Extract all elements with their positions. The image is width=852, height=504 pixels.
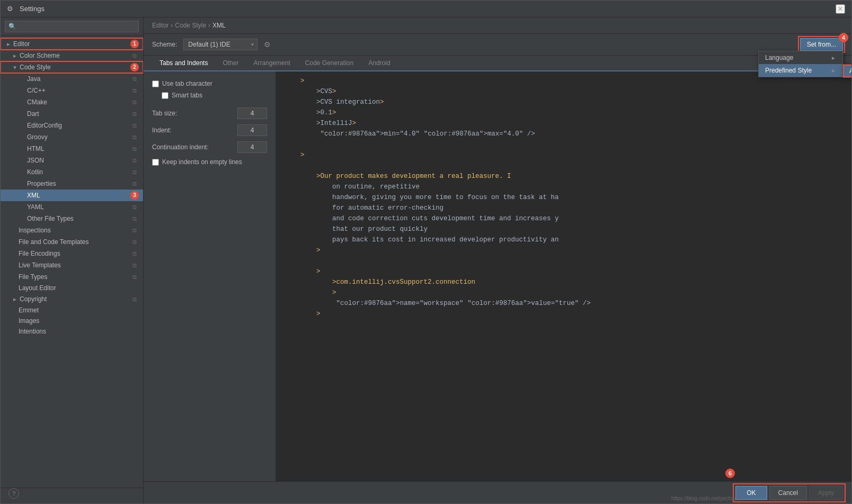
smart-tabs-checkbox[interactable] bbox=[162, 92, 168, 99]
copy-icon-file-and-code-templates[interactable]: ⧉ bbox=[130, 238, 139, 246]
sidebar-item-emmet[interactable]: Emmet bbox=[1, 305, 143, 316]
apply-button[interactable]: Apply bbox=[809, 486, 843, 500]
copy-icon-file-types[interactable]: ⧉ bbox=[130, 273, 139, 281]
copy-icon-html[interactable]: ⧉ bbox=[130, 145, 139, 153]
annotation-6: 6 bbox=[725, 469, 735, 478]
dropdown-item-predefined[interactable]: Predefined Style ► Android bbox=[759, 64, 842, 77]
copy-icon-live-templates[interactable]: ⧉ bbox=[130, 261, 139, 269]
sidebar-item-file-encodings[interactable]: File Encodings⧉ bbox=[1, 248, 143, 259]
breadcrumb-xml: XML bbox=[212, 22, 226, 29]
code-line-18: > bbox=[276, 266, 851, 277]
continuation-indent-input[interactable] bbox=[237, 141, 267, 153]
sidebar-item-xml[interactable]: XML⧉3 bbox=[1, 190, 143, 201]
help-button[interactable]: ? bbox=[8, 488, 19, 499]
sidebar-item-editor[interactable]: ►Editor1 bbox=[1, 38, 143, 50]
sidebar-search-container bbox=[1, 17, 143, 36]
indent-input[interactable] bbox=[237, 124, 267, 136]
scheme-label: Scheme: bbox=[152, 41, 177, 48]
tree-arrow-copyright: ► bbox=[11, 295, 19, 303]
tab-other[interactable]: Other bbox=[215, 56, 246, 71]
code-line-7: > bbox=[276, 150, 851, 160]
right-panel: Editor › Code Style › XML Scheme: Defaul… bbox=[144, 17, 851, 503]
gear-button[interactable]: ⚙ bbox=[262, 39, 273, 50]
tab-settings-group: Use tab character Smart tabs bbox=[152, 80, 267, 99]
cancel-button[interactable]: Cancel bbox=[769, 486, 807, 500]
sidebar-item-file-and-code-templates[interactable]: File and Code Templates⧉ bbox=[1, 236, 143, 248]
ok-button[interactable]: OK bbox=[735, 486, 767, 500]
tab-tabs-and-indents[interactable]: Tabs and Indents bbox=[152, 56, 215, 71]
code-line-15: pays back its cost in increased develope… bbox=[276, 235, 851, 245]
copy-icon-inspections[interactable]: ⧉ bbox=[130, 226, 139, 235]
tab-android[interactable]: Android bbox=[361, 56, 397, 71]
code-line-3: >0.1> bbox=[276, 107, 851, 118]
set-from-button[interactable]: Set from... bbox=[800, 38, 843, 51]
sidebar-label-file-encodings: File Encodings bbox=[19, 250, 130, 257]
sidebar-item-yaml[interactable]: YAML⧉ bbox=[1, 201, 143, 213]
sidebar-item-cmake[interactable]: CMake⧉ bbox=[1, 96, 143, 108]
copy-icon-json[interactable]: ⧉ bbox=[130, 156, 139, 165]
sidebar-item-color-scheme[interactable]: ►Color Scheme⧉ bbox=[1, 50, 143, 61]
copy-icon-file-encodings[interactable]: ⧉ bbox=[130, 249, 139, 258]
copy-icon-xml[interactable]: ⧉ bbox=[120, 191, 128, 200]
sidebar-item-layout-editor[interactable]: Layout Editor bbox=[1, 283, 143, 293]
copy-icon-copyright[interactable]: ⧉ bbox=[130, 295, 139, 303]
sidebar-item-java[interactable]: Java⧉ bbox=[1, 73, 143, 85]
sidebar-item-cpp[interactable]: C/C++⧉ bbox=[1, 85, 143, 96]
copy-icon-color-scheme[interactable]: ⧉ bbox=[130, 51, 139, 60]
keep-indents-checkbox[interactable] bbox=[152, 159, 159, 166]
code-line-5: "color:#9876aa">min="4.0" "color:#9876aa… bbox=[276, 129, 851, 139]
sidebar-item-inspections[interactable]: Inspections⧉ bbox=[1, 224, 143, 236]
sidebar-item-copyright[interactable]: ►Copyright⧉ bbox=[1, 293, 143, 305]
copy-icon-cmake[interactable]: ⧉ bbox=[130, 98, 139, 106]
scheme-bar: Scheme: Default (1) IDE ⚙ 4 Set from... … bbox=[144, 34, 851, 56]
sidebar-label-editor: Editor bbox=[13, 40, 128, 48]
continuation-indent-row: Continuation indent: bbox=[152, 141, 267, 153]
close-button[interactable]: × bbox=[836, 4, 845, 14]
sidebar-item-dart[interactable]: Dart⧉ bbox=[1, 108, 143, 120]
copy-icon-groovy[interactable]: ⧉ bbox=[130, 133, 139, 141]
sidebar-item-html[interactable]: HTML⧉ bbox=[1, 143, 143, 155]
copy-icon-other-file-types[interactable]: ⧉ bbox=[130, 214, 139, 223]
copy-icon-java[interactable]: ⧉ bbox=[130, 75, 139, 83]
scheme-select[interactable]: Default (1) IDE bbox=[183, 39, 258, 50]
annotation-2: 2 bbox=[130, 63, 139, 71]
language-arrow: ► bbox=[831, 55, 836, 61]
sidebar-item-kotlin[interactable]: Kotlin⧉ bbox=[1, 166, 143, 178]
sidebar-item-editorconfig[interactable]: EditorConfig⧉ bbox=[1, 120, 143, 131]
sidebar-label-yaml: YAML bbox=[27, 203, 130, 211]
dropdown-item-language[interactable]: Language ► bbox=[759, 51, 842, 64]
sidebar-label-intentions: Intentions bbox=[19, 328, 139, 335]
code-line-13: and code correction cuts development tim… bbox=[276, 213, 851, 224]
indent-row: Indent: bbox=[152, 124, 267, 136]
sidebar-label-json: JSON bbox=[27, 157, 130, 164]
copy-icon-kotlin[interactable]: ⧉ bbox=[130, 168, 139, 176]
breadcrumb-sep-2: › bbox=[208, 22, 210, 29]
copy-icon-cpp[interactable]: ⧉ bbox=[130, 86, 139, 95]
use-tab-checkbox[interactable] bbox=[152, 80, 159, 87]
sidebar-item-code-style[interactable]: ▼Code Style2 bbox=[1, 61, 143, 73]
sidebar-item-other-file-types[interactable]: Other File Types⧉ bbox=[1, 213, 143, 224]
tab-size-input[interactable] bbox=[237, 107, 267, 119]
sidebar-item-file-types[interactable]: File Types⧉ bbox=[1, 271, 143, 283]
copy-icon-yaml[interactable]: ⧉ bbox=[130, 203, 139, 211]
tab-size-label: Tab size: bbox=[152, 110, 233, 117]
tab-arrangement[interactable]: Arrangement bbox=[246, 56, 297, 71]
sidebar-item-properties[interactable]: Properties⧉ bbox=[1, 178, 143, 190]
copy-icon-editorconfig[interactable]: ⧉ bbox=[130, 121, 139, 130]
indent-label: Indent: bbox=[152, 127, 233, 134]
tree-arrow-editor: ► bbox=[5, 40, 12, 48]
sidebar-item-json[interactable]: JSON⧉ bbox=[1, 155, 143, 166]
sidebar: ►Editor1►Color Scheme⧉▼Code Style2Java⧉C… bbox=[1, 17, 144, 503]
submenu-android[interactable]: Android bbox=[843, 65, 851, 77]
copy-icon-properties[interactable]: ⧉ bbox=[130, 179, 139, 188]
sidebar-item-images[interactable]: Images bbox=[1, 316, 143, 326]
sidebar-item-live-templates[interactable]: Live Templates⧉ bbox=[1, 259, 143, 271]
search-input[interactable] bbox=[5, 21, 139, 32]
copy-icon-dart[interactable]: ⧉ bbox=[130, 110, 139, 118]
sidebar-label-groovy: Groovy bbox=[27, 133, 130, 141]
bottom-bar: https://blog.csdn.net/yechaoa 6 OK Cance… bbox=[144, 481, 851, 503]
tab-code-generation[interactable]: Code Generation bbox=[298, 56, 361, 71]
sidebar-item-intentions[interactable]: Intentions bbox=[1, 326, 143, 337]
sidebar-item-groovy[interactable]: Groovy⧉ bbox=[1, 131, 143, 143]
keep-indents-label: Keep indents on empty lines bbox=[162, 158, 242, 166]
